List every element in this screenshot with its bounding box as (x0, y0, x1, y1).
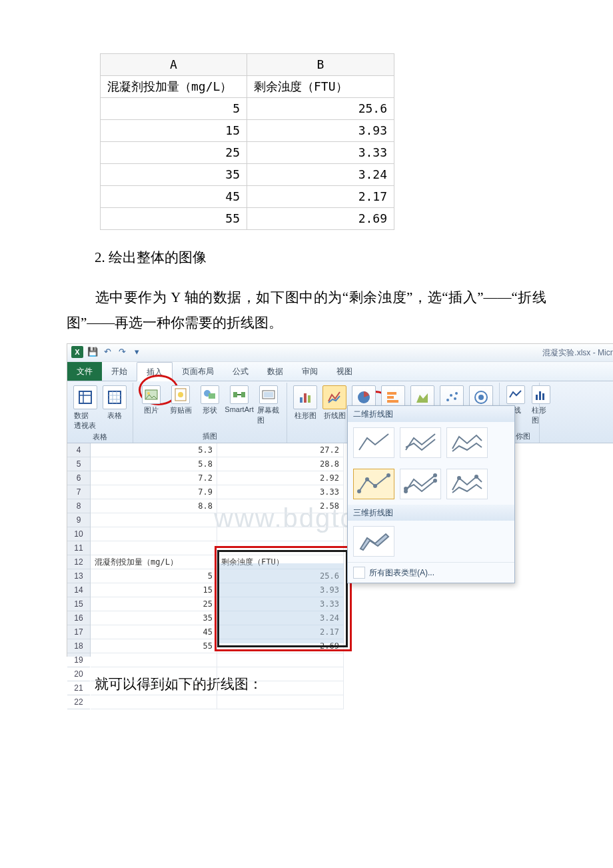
grid-cell[interactable] (91, 653, 217, 667)
grid-cell[interactable]: 28.8 (217, 457, 344, 471)
qat-more-icon[interactable]: ▾ (131, 347, 142, 357)
svg-rect-16 (387, 392, 396, 395)
grid-cell[interactable] (91, 541, 217, 555)
col-header-a: 混凝剂投加量（mg/L） (101, 76, 247, 97)
column-chart-button[interactable]: 柱形图 (294, 385, 316, 421)
grid-cell[interactable]: 7.9 (91, 485, 217, 499)
row-headers: 45678910111213141516171819202122 (67, 443, 91, 657)
grid-cell[interactable]: 55 (91, 639, 217, 653)
grid-cell[interactable]: 5 (91, 569, 217, 583)
line-chart-option[interactable] (353, 427, 394, 458)
table-cell: 35 (101, 164, 247, 185)
grid-cell[interactable]: 2.17 (217, 625, 344, 639)
grid-cell[interactable] (217, 541, 344, 555)
grid-cell[interactable]: 15 (91, 583, 217, 597)
all-chart-types-link[interactable]: 所有图表类型(A)... (348, 562, 514, 583)
grid-cell[interactable]: 3.93 (217, 583, 344, 597)
svg-rect-9 (241, 392, 245, 397)
line-chart-option[interactable] (446, 469, 488, 499)
grid-cell[interactable]: 3.24 (217, 611, 344, 625)
grid-cell[interactable] (91, 513, 217, 527)
svg-rect-14 (308, 395, 310, 403)
tab-formulas[interactable]: 公式 (223, 362, 258, 381)
table-cell: 55 (101, 208, 247, 229)
grid-cell[interactable]: 25 (91, 597, 217, 611)
grid-cell[interactable]: 剩余浊度（FTU） (217, 555, 344, 569)
table-cell: 25.6 (247, 98, 394, 119)
grid-cell[interactable]: 45 (91, 625, 217, 639)
grid-cell[interactable]: 3.33 (217, 485, 344, 499)
chart-types-icon (353, 567, 365, 579)
grid-cell[interactable] (91, 667, 217, 681)
svg-point-35 (434, 479, 436, 482)
col-letter-b: B (247, 54, 394, 75)
tab-file[interactable]: 文件 (67, 362, 102, 381)
save-icon[interactable]: 💾 (87, 347, 98, 357)
clipart-button[interactable]: 剪贴画 (169, 385, 192, 415)
line-chart-option[interactable] (446, 427, 488, 458)
line-chart-option[interactable] (400, 469, 441, 499)
smartart-button[interactable]: SmartArt (228, 385, 251, 413)
grid-cell[interactable]: 25.6 (217, 569, 344, 583)
tab-insert[interactable]: 插入 (137, 362, 173, 381)
grid-cell[interactable]: 8.8 (91, 499, 217, 513)
line-chart-3d-option[interactable] (353, 526, 394, 557)
table-cell: 3.33 (247, 142, 394, 163)
svg-point-3 (147, 392, 150, 395)
svg-point-20 (450, 394, 452, 397)
shapes-button[interactable]: 形状 (199, 385, 221, 415)
table-cell: 15 (101, 120, 247, 141)
svg-rect-0 (79, 391, 91, 403)
gallery-header-3d: 三维折线图 (348, 505, 514, 521)
screenshot-button[interactable]: 屏幕截图 (257, 385, 280, 425)
grid-cell[interactable]: 3.33 (217, 597, 344, 611)
grid-cell[interactable] (217, 667, 344, 681)
tab-data[interactable]: 数据 (258, 362, 293, 381)
redo-icon[interactable]: ↷ (117, 347, 127, 357)
grid-cell[interactable]: 5.3 (91, 443, 217, 457)
grid-cell[interactable] (217, 653, 344, 667)
svg-point-22 (455, 392, 458, 395)
svg-rect-11 (264, 392, 273, 397)
grid-cell[interactable] (217, 513, 344, 527)
sparkline-column-button[interactable]: 柱形图 (532, 385, 550, 425)
pivot-table-button[interactable]: 数据 透视表 (74, 385, 97, 431)
picture-button[interactable]: 图片 (140, 385, 163, 415)
svg-rect-7 (209, 393, 215, 399)
svg-rect-26 (539, 391, 541, 400)
excel-titlebar: X 💾 ↶ ↷ ▾ 混凝实验.xlsx - Microsoft Ex (67, 344, 613, 362)
svg-point-33 (434, 474, 436, 477)
table-button[interactable]: 表格 (103, 385, 126, 421)
grid-cell[interactable] (217, 681, 344, 695)
grid-cell[interactable]: 35 (91, 611, 217, 625)
paragraph-step-2: 2. 绘出整体的图像 (67, 245, 546, 270)
spreadsheet-grid[interactable]: www.bdgtd.com 45678910111213141516171819… (67, 443, 613, 657)
svg-point-31 (387, 474, 390, 477)
undo-icon[interactable]: ↶ (102, 347, 113, 357)
tab-view[interactable]: 视图 (327, 362, 362, 381)
grid-cell[interactable] (217, 695, 344, 709)
grid-cell[interactable]: 5.8 (91, 457, 217, 471)
line-chart-option[interactable] (400, 427, 441, 458)
line-chart-button[interactable]: 折线图 (323, 385, 346, 421)
grid-cell[interactable]: 27.2 (217, 443, 344, 457)
grid-cell[interactable]: 混凝剂投加量（mg/L） (91, 555, 217, 569)
grid-cell[interactable] (91, 695, 217, 709)
tab-home[interactable]: 开始 (102, 362, 137, 381)
tab-review[interactable]: 审阅 (293, 362, 327, 381)
grid-cell[interactable]: 2.92 (217, 471, 344, 485)
col-letter-a: A (101, 54, 247, 75)
grid-cell[interactable] (217, 527, 344, 541)
grid-cell[interactable] (91, 681, 217, 695)
svg-rect-8 (233, 392, 237, 397)
grid-cell[interactable]: 2.58 (217, 499, 344, 513)
grid-cell[interactable]: 7.2 (91, 471, 217, 485)
svg-rect-18 (387, 400, 398, 403)
tab-pagelayout[interactable]: 页面布局 (173, 362, 223, 381)
col-header-b: 剩余浊度（FTU） (247, 76, 394, 97)
grid-cell[interactable] (91, 527, 217, 541)
window-title: 混凝实验.xlsx - Microsoft Ex (542, 348, 613, 357)
svg-rect-12 (300, 397, 303, 403)
grid-cell[interactable]: 2.69 (217, 639, 344, 653)
line-chart-option-markers[interactable] (353, 469, 394, 499)
